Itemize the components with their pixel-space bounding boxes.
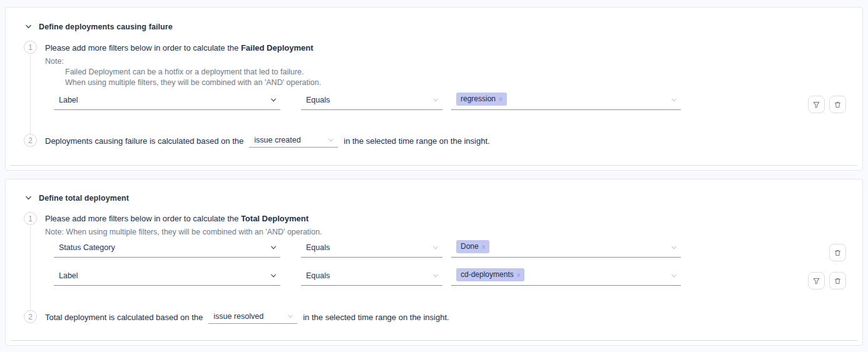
value-select[interactable]: Donex bbox=[451, 242, 681, 258]
panel-define-total-deployment: Define total deployment 1 Please add mor… bbox=[5, 179, 863, 346]
panel-define-deployments-causing-failure: Define deployments causing failure 1 Ple… bbox=[5, 7, 863, 171]
step2-sentence: Deployments causing failure is calculate… bbox=[45, 134, 490, 148]
note-line: When using multiple filters, they will b… bbox=[65, 78, 321, 87]
section-title: Define total deployment bbox=[39, 194, 129, 203]
section-title: Define deployments causing failure bbox=[39, 23, 173, 31]
field-select[interactable]: Label bbox=[54, 270, 280, 286]
chevron-down-icon bbox=[670, 272, 678, 279]
step-number-badge: 2 bbox=[24, 310, 37, 323]
value-tag-label: regression bbox=[461, 94, 496, 103]
chevron-down-icon bbox=[432, 96, 439, 104]
operator-select-value: Equals bbox=[306, 271, 330, 280]
operator-select[interactable]: Equals bbox=[301, 270, 442, 286]
note-line: Failed Deployment can be a hotfix or a d… bbox=[65, 68, 304, 76]
operator-select-value: Equals bbox=[306, 96, 330, 104]
panel-footer-divider bbox=[11, 165, 857, 166]
step1-instruction: Please add more filters below in order t… bbox=[45, 214, 309, 223]
operator-select[interactable]: Equals bbox=[301, 242, 442, 258]
event-type-select[interactable]: issue created bbox=[249, 134, 338, 148]
operator-select[interactable]: Equals bbox=[301, 94, 442, 110]
step-number-badge: 1 bbox=[24, 41, 37, 54]
chevron-down-icon bbox=[327, 136, 335, 144]
step2-text-before: Total deployment is calculated based on … bbox=[45, 313, 203, 322]
metric-name: Total Deployment bbox=[241, 214, 309, 223]
section-header-total[interactable]: Define total deployment bbox=[24, 193, 129, 203]
field-select-value: Status Category bbox=[59, 243, 115, 252]
chevron-down-icon bbox=[270, 272, 277, 279]
chevron-down-icon bbox=[670, 244, 678, 251]
value-select[interactable]: cd-deploymentsx bbox=[451, 270, 681, 286]
remove-tag-icon[interactable]: x bbox=[517, 271, 521, 279]
note-label: Note: bbox=[45, 57, 64, 66]
field-select[interactable]: Status Category bbox=[54, 242, 280, 258]
step-connector-line bbox=[30, 226, 31, 310]
panel-footer-divider bbox=[11, 340, 857, 341]
step2-text-after: in the selected time range on the insigh… bbox=[303, 313, 449, 322]
chevron-down-icon bbox=[270, 96, 277, 104]
event-type-select-value: issue resolved bbox=[213, 312, 263, 321]
event-type-select-value: issue created bbox=[254, 136, 300, 144]
section-header-failure[interactable]: Define deployments causing failure bbox=[24, 22, 173, 31]
step2-sentence: Total deployment is calculated based on … bbox=[45, 310, 449, 324]
chevron-down-icon bbox=[270, 244, 277, 251]
step-connector-line bbox=[30, 54, 31, 134]
delete-filter-button[interactable] bbox=[829, 244, 846, 261]
chevron-down-icon[interactable] bbox=[24, 193, 33, 203]
chevron-down-icon bbox=[432, 244, 439, 251]
step-number-badge: 2 bbox=[24, 134, 37, 147]
value-tag-label: cd-deployments bbox=[461, 270, 514, 279]
value-tag: cd-deploymentsx bbox=[456, 268, 524, 281]
remove-tag-icon[interactable]: x bbox=[482, 243, 486, 251]
step2-text-before: Deployments causing failure is calculate… bbox=[45, 136, 243, 146]
step-number-badge: 1 bbox=[24, 212, 37, 225]
remove-tag-icon[interactable]: x bbox=[499, 95, 503, 104]
value-select[interactable]: regressionx bbox=[451, 94, 681, 110]
value-tag-label: Done bbox=[461, 242, 479, 251]
metric-name: Failed Deployment bbox=[241, 43, 314, 53]
filter-values-button[interactable] bbox=[808, 96, 825, 113]
operator-select-value: Equals bbox=[306, 243, 330, 252]
chevron-down-icon[interactable] bbox=[24, 22, 33, 31]
delete-filter-button[interactable] bbox=[829, 96, 846, 113]
delete-filter-button[interactable] bbox=[829, 272, 846, 289]
step2-text-after: in the selected time range on the insigh… bbox=[344, 136, 489, 146]
field-select-value: Label bbox=[59, 96, 78, 104]
chevron-down-icon bbox=[432, 272, 439, 279]
chevron-down-icon bbox=[287, 313, 294, 320]
step1-instruction: Please add more filters below in order t… bbox=[45, 43, 313, 53]
filter-values-button[interactable] bbox=[808, 272, 825, 289]
event-type-select[interactable]: issue resolved bbox=[208, 310, 297, 324]
note-line: Note: When using multiple filters, they … bbox=[45, 228, 322, 236]
field-select[interactable]: Label bbox=[54, 94, 280, 110]
field-select-value: Label bbox=[59, 271, 78, 280]
value-tag: Donex bbox=[456, 240, 489, 253]
value-tag: regressionx bbox=[456, 93, 507, 105]
chevron-down-icon bbox=[670, 96, 678, 104]
